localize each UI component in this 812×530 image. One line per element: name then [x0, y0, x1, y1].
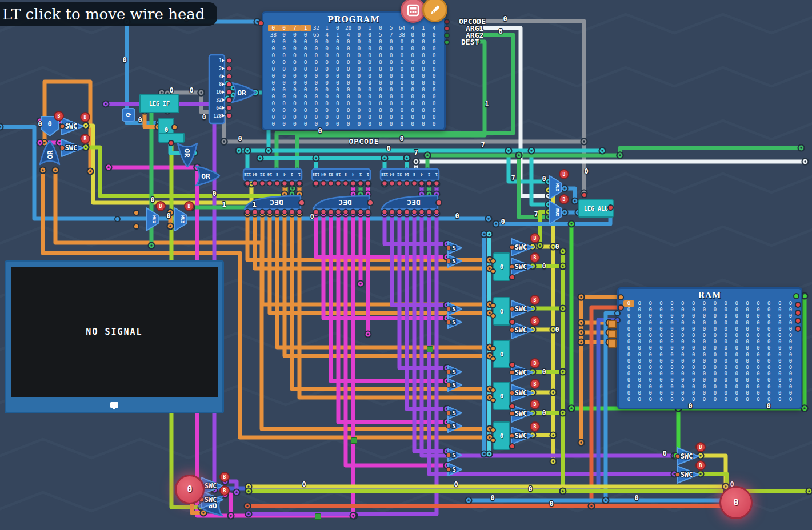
program-cell[interactable]: 4 — [343, 31, 354, 38]
program-cell[interactable]: 0 — [407, 66, 418, 73]
program-cell[interactable]: 0 — [386, 86, 397, 93]
mux[interactable]: MUXB — [174, 207, 189, 232]
program-cell[interactable]: 0 — [397, 59, 407, 66]
program-cell[interactable]: 0 — [279, 52, 290, 59]
program-cell[interactable]: 0 — [290, 107, 301, 114]
program-cell[interactable]: 1 — [365, 25, 375, 31]
program-cell[interactable]: 0 — [279, 38, 290, 45]
program-cell[interactable]: 0 — [429, 31, 439, 38]
program-cell[interactable]: 0 — [429, 73, 439, 79]
program-cell[interactable]: 0 — [290, 45, 301, 52]
program-cell[interactable]: 0 — [365, 107, 375, 114]
mux[interactable]: MUXB — [145, 207, 160, 232]
program-cell[interactable]: 0 — [397, 66, 407, 73]
program-cell[interactable]: 0 — [300, 38, 311, 45]
program-cell[interactable]: 0 — [279, 66, 290, 73]
program-cell[interactable]: 0 — [311, 45, 322, 52]
program-cell[interactable]: 0 — [333, 59, 343, 66]
program-cell[interactable]: 0 — [290, 86, 301, 93]
program-cell[interactable]: 0 — [268, 93, 279, 100]
s-component[interactable]: S — [447, 448, 464, 463]
program-cell[interactable]: 0 — [268, 52, 279, 59]
program-cell[interactable]: 0 — [290, 38, 301, 45]
or-gate[interactable]: OR — [38, 140, 61, 166]
program-cell[interactable]: 0 — [354, 45, 365, 52]
program-cell[interactable]: 0 — [397, 45, 407, 52]
program-cell[interactable]: 0 — [354, 114, 365, 121]
program-cell[interactable]: 0 — [354, 52, 365, 59]
program-cell[interactable]: 1 — [322, 25, 333, 31]
s-component[interactable]: S — [447, 378, 464, 392]
program-cell[interactable]: 0 — [429, 79, 439, 86]
program-cell[interactable]: 0 — [300, 121, 311, 127]
program-cell[interactable]: 0 — [407, 114, 418, 121]
program-cell[interactable]: 0 — [311, 121, 322, 127]
io-port[interactable]: 0 — [719, 486, 753, 519]
program-cell[interactable]: 0 — [268, 107, 279, 114]
program-cell[interactable]: 5 — [375, 31, 386, 38]
program-cell[interactable]: 0 — [354, 79, 365, 86]
program-cell[interactable]: 4 — [407, 25, 418, 31]
program-cell[interactable]: 0 — [333, 25, 343, 31]
program-cell[interactable]: 0 — [418, 38, 429, 45]
register[interactable]: 0 — [493, 382, 510, 410]
program-cell[interactable]: 0 — [375, 66, 386, 73]
program-cell[interactable]: 0 — [333, 114, 343, 121]
program-cell[interactable]: 0 — [429, 107, 439, 114]
swc-switch[interactable]: SWCB — [510, 257, 535, 276]
program-cell[interactable]: 0 — [429, 45, 439, 52]
program-cell[interactable]: 0 — [290, 93, 301, 100]
program-cell[interactable]: 0 — [268, 38, 279, 45]
program-cell[interactable]: 0 — [397, 38, 407, 45]
program-cell[interactable]: 0 — [300, 107, 311, 114]
program-cell[interactable]: 0 — [343, 93, 354, 100]
program-cell[interactable]: 0 — [333, 107, 343, 114]
program-cell[interactable]: 0 — [418, 52, 429, 59]
program-cell[interactable]: 0 — [407, 45, 418, 52]
program-cell[interactable]: 0 — [418, 100, 429, 107]
program-cell[interactable]: 0 — [279, 93, 290, 100]
program-cell[interactable]: 0 — [397, 107, 407, 114]
wire[interactable] — [701, 456, 726, 487]
program-cell[interactable]: 0 — [418, 45, 429, 52]
program-cell[interactable]: 0 — [268, 114, 279, 121]
wire[interactable] — [549, 190, 553, 461]
program-cell[interactable]: 0 — [268, 86, 279, 93]
swc-switch[interactable]: SWCB — [61, 138, 86, 158]
program-cell[interactable]: 0 — [343, 121, 354, 127]
program-cell[interactable]: 0 — [386, 93, 397, 100]
program-cell[interactable]: 4 — [429, 25, 439, 31]
program-cell[interactable]: 0 — [418, 93, 429, 100]
program-cell[interactable]: 0 — [333, 79, 343, 86]
program-cell[interactable]: 0 — [300, 45, 311, 52]
program-cell[interactable]: 0 — [407, 121, 418, 127]
program-cell[interactable]: 0 — [300, 86, 311, 93]
wire[interactable] — [620, 148, 801, 155]
byte-maker[interactable]: 1286432168421 — [311, 168, 373, 186]
program-cell[interactable]: 0 — [375, 121, 386, 127]
program-cell[interactable]: 0 — [279, 100, 290, 107]
turing-complete-canvas[interactable]: LT click to move wire head PROGRAM 00713… — [0, 0, 812, 530]
program-cell[interactable]: 0 — [290, 73, 301, 79]
program-cell[interactable]: 0 — [407, 79, 418, 86]
program-cell[interactable]: 38 — [268, 31, 279, 38]
program-cell[interactable]: 0 — [311, 100, 322, 107]
program-cell[interactable]: 0 — [290, 79, 301, 86]
program-cell[interactable]: 0 — [386, 100, 397, 107]
program-cell[interactable]: 0 — [354, 121, 365, 127]
program-cell[interactable]: 0 — [279, 107, 290, 114]
program-cell[interactable]: 0 — [268, 79, 279, 86]
program-cell[interactable]: 0 — [333, 121, 343, 127]
program-cell[interactable]: 0 — [333, 93, 343, 100]
program-cell[interactable]: 64 — [397, 25, 407, 31]
program-cell[interactable]: 0 — [429, 38, 439, 45]
program-cell[interactable]: 0 — [418, 114, 429, 121]
program-cell[interactable]: 0 — [397, 100, 407, 107]
program-cell[interactable]: 0 — [311, 66, 322, 73]
program-cell[interactable]: 0 — [407, 107, 418, 114]
program-cell[interactable]: 4 — [322, 31, 333, 38]
program-cell[interactable]: 0 — [300, 66, 311, 73]
program-cell[interactable]: 0 — [407, 38, 418, 45]
program-cell[interactable]: 0 — [429, 121, 439, 127]
program-cell[interactable]: 0 — [354, 31, 365, 38]
